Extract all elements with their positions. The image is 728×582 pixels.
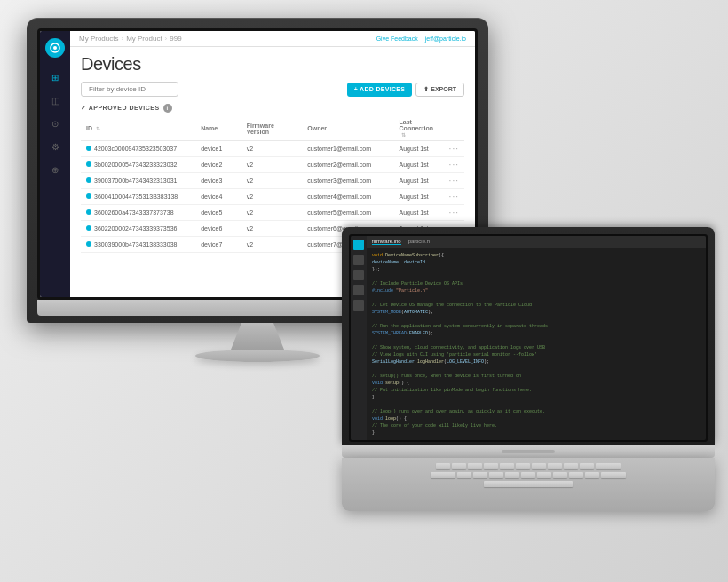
cell-actions[interactable]: ··· (444, 141, 464, 157)
breadcrumb-my-products[interactable]: My Products (79, 35, 118, 43)
sidebar: ⊞ ◫ ⊙ ⚙ ⊕ (40, 31, 70, 297)
cell-fw: v2 (241, 221, 303, 237)
key-tab (431, 472, 455, 478)
cell-id: 330039000b47343138333038 (81, 237, 195, 253)
code-line: // Include Particle Device OS APIs (372, 280, 700, 287)
key-y (516, 463, 530, 469)
extensions-icon[interactable] (353, 300, 364, 311)
page-title: Devices (81, 54, 464, 75)
cell-fw: v2 (241, 173, 303, 189)
cell-name: device1 (195, 141, 241, 157)
add-devices-button[interactable]: + ADD DEVICES (347, 83, 413, 97)
cell-conn: August 1st (394, 189, 444, 205)
code-sidebar (351, 236, 367, 440)
code-line (372, 337, 700, 344)
tab-particle[interactable]: particle.h (408, 239, 430, 245)
key-t (500, 463, 514, 469)
code-line: // loop() runs over and over again, as q… (372, 408, 700, 415)
cell-owner: customer2@email.com (302, 157, 393, 173)
cell-name: device2 (195, 157, 241, 173)
code-line: void DeviceNameSubscriber({ (372, 252, 700, 259)
cell-id: 42003c000094735323503037 (81, 141, 195, 157)
explorer-icon[interactable] (353, 240, 364, 250)
row-action-button[interactable]: ··· (449, 144, 459, 153)
code-line: // The core of your code will likely liv… (372, 422, 700, 429)
user-menu[interactable]: jeff@particle.io (425, 35, 466, 42)
row-action-button[interactable]: ··· (449, 192, 459, 201)
cell-fw: v2 (241, 189, 303, 205)
cell-fw: v2 (241, 205, 303, 221)
key-o (564, 463, 578, 469)
cell-conn: August 1st (394, 205, 444, 221)
cell-id: 360220000247343339373536 (81, 221, 195, 237)
key-backspace (596, 463, 621, 469)
sidebar-item-box[interactable]: ◫ (46, 91, 64, 109)
sidebar-item-users[interactable]: ⊕ (46, 161, 64, 178)
logo[interactable] (45, 38, 65, 58)
key-d (489, 472, 503, 478)
table-row[interactable]: 36004100044735313B383138 device4 v2 cust… (81, 189, 464, 205)
top-bar: My Products › My Product › 999 Give Feed… (70, 31, 475, 47)
row-action-button[interactable]: ··· (449, 176, 459, 185)
code-line (372, 295, 700, 302)
git-icon[interactable] (353, 270, 364, 280)
cell-actions[interactable]: ··· (444, 189, 464, 205)
key-s (473, 472, 487, 478)
breadcrumb-num: 999 (170, 35, 181, 43)
code-line: #include "Particle.h" (372, 287, 700, 295)
laptop-keyboard (342, 458, 715, 511)
breadcrumb-sep2: › (165, 35, 168, 43)
cell-name: device5 (195, 205, 241, 221)
tab-firmware[interactable]: firmware.ino (372, 239, 401, 245)
sidebar-item-devices[interactable]: ⊞ (46, 68, 64, 86)
status-dot (86, 177, 91, 183)
sidebar-item-settings[interactable]: ⚙ (46, 138, 64, 155)
info-icon[interactable]: i (163, 104, 172, 113)
code-line: // Show system, cloud connectivity, and … (372, 344, 700, 351)
row-action-button[interactable]: ··· (449, 208, 459, 217)
feedback-link[interactable]: Give Feedback (376, 35, 418, 42)
cell-id: 3b0020000547343233323032 (81, 157, 195, 173)
cell-owner: customer4@email.com (302, 189, 393, 205)
key-u (532, 463, 546, 469)
table-row[interactable]: 3b0020000547343233323032 device2 v2 cust… (81, 157, 464, 173)
debug-icon[interactable] (353, 285, 364, 295)
cell-actions[interactable]: ··· (444, 173, 464, 189)
key-i (548, 463, 562, 469)
col-header-actions (444, 116, 464, 141)
table-row[interactable]: 36002600a47343337373738 device5 v2 custo… (81, 205, 464, 221)
status-dot (86, 193, 91, 199)
code-line (372, 401, 700, 408)
status-dot (86, 225, 91, 231)
code-line: // Run the application and system concur… (372, 323, 700, 330)
laptop-screen-bezel: firmware.ino particle.h void DeviceNameS… (349, 234, 708, 442)
cell-id: 36002600a47343337373738 (81, 205, 195, 221)
code-line: SerialLogHandler logHandler(LOG_LEVEL_IN… (372, 358, 700, 366)
row-action-button[interactable]: ··· (449, 160, 459, 169)
toolbar-buttons: + ADD DEVICES ⬆ EXPORT (347, 83, 464, 97)
code-line: SYSTEM_THREAD(ENABLED); (372, 330, 700, 337)
key-h (537, 472, 551, 478)
search-icon[interactable] (353, 255, 364, 265)
cell-actions[interactable]: ··· (444, 205, 464, 221)
key-k (569, 472, 583, 478)
cell-id: 390037000b47343432313031 (81, 173, 195, 189)
key-q (436, 463, 450, 469)
key-j (553, 472, 567, 478)
cell-name: device7 (195, 237, 241, 253)
table-row[interactable]: 390037000b47343432313031 device3 v2 cust… (81, 173, 464, 189)
breadcrumb-my-product[interactable]: My Product (126, 35, 162, 43)
filter-input[interactable] (81, 82, 178, 97)
sidebar-item-person[interactable]: ⊙ (46, 114, 64, 132)
cell-name: device3 (195, 173, 241, 189)
kbd-row-1 (347, 463, 709, 469)
monitor-stand-neck (231, 323, 284, 350)
cell-conn: August 1st (394, 141, 444, 157)
export-button[interactable]: ⬆ EXPORT (415, 83, 464, 97)
section-header: ✓ APPROVED DEVICES i (81, 104, 464, 113)
cell-actions[interactable]: ··· (444, 157, 464, 173)
code-line: // setup() runs once, when the device is… (372, 373, 700, 380)
laptop-hinge (502, 450, 555, 453)
table-row[interactable]: 42003c000094735323503037 device1 v2 cust… (81, 141, 464, 157)
monitor-stand-base (195, 350, 320, 362)
